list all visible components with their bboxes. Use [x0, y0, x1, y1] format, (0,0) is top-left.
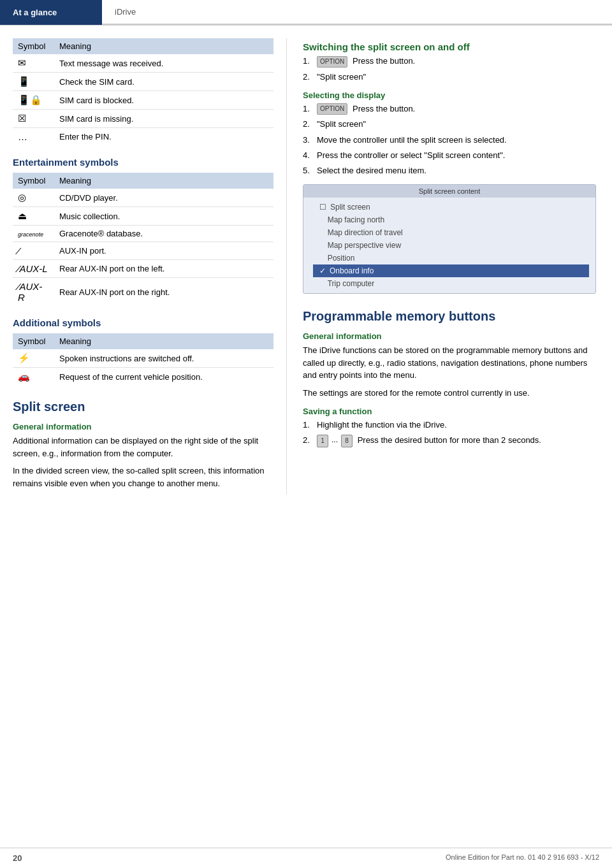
col-header-meaning: Meaning	[54, 333, 273, 349]
table-row: ✉ Text message was received.	[13, 54, 273, 73]
table-row: 📱 Check the SIM card.	[13, 73, 273, 91]
symbol-cell: ⏏	[13, 207, 54, 226]
screenshot-item: Map direction of travel	[313, 226, 589, 239]
additional-symbols-title: Additional symbols	[13, 317, 273, 328]
table-row: ☒ SIM card is missing.	[13, 110, 273, 128]
right-column: Switching the split screen on and off 1.…	[287, 38, 612, 495]
list-item: 5. Select the desired menu item.	[303, 165, 596, 177]
col-header-symbol: Symbol	[13, 333, 54, 349]
option-button-icon: OPTION	[317, 56, 347, 68]
col-header-symbol: Symbol	[13, 173, 54, 189]
list-item: 1. OPTION Press the button.	[303, 103, 596, 115]
selecting-title: Selecting the display	[303, 90, 596, 100]
screenshot-item-selected: ✓ Onboard info	[313, 264, 589, 277]
screenshot-title: Split screen content	[303, 185, 595, 198]
col-header-meaning: Meaning	[54, 38, 273, 54]
selecting-steps: 1. OPTION Press the button. 2. "Split sc…	[303, 103, 596, 177]
table-row: ⚡ Spoken instructions are switched off.	[13, 349, 273, 368]
switching-steps: 1. OPTION Press the button. 2. "Split sc…	[303, 55, 596, 83]
meaning-cell: Request of the current vehicle position.	[54, 368, 273, 386]
programmable-section: Programmable memory buttons General info…	[303, 309, 596, 447]
split-screen-general-info-title: General information	[13, 422, 273, 431]
list-item: 1. OPTION Press the button.	[303, 55, 596, 68]
symbol-cell: ∕AUX-R	[13, 278, 54, 307]
symbol-cell: ☒	[13, 110, 54, 128]
programmable-para1: The iDrive functions can be stored on th…	[303, 344, 596, 382]
additional-symbols-table: Symbol Meaning ⚡ Spoken instructions are…	[13, 333, 273, 386]
list-item: 3. Move the controller until the split s…	[303, 134, 596, 146]
meaning-cell: Text message was received.	[54, 54, 273, 73]
tab-idrive[interactable]: iDrive	[102, 0, 612, 25]
meaning-cell: Enter the PIN.	[54, 128, 273, 146]
meaning-cell: SIM card is blocked.	[54, 91, 273, 110]
table-row: ∕ AUX-IN port.	[13, 242, 273, 260]
symbol-cell: ⚡	[13, 349, 54, 368]
symbol-cell: ✉	[13, 54, 54, 73]
meaning-cell: CD/DVD player.	[54, 189, 273, 207]
edition-text: Online Edition for Part no. 01 40 2 916 …	[446, 853, 599, 863]
list-item: 2. "Split screen"	[303, 71, 596, 83]
table-row: gracenote Gracenote® database.	[13, 226, 273, 242]
page-footer: 20 Online Edition for Part no. 01 40 2 9…	[0, 848, 612, 868]
left-column: Symbol Meaning ✉ Text message was receiv…	[0, 38, 287, 495]
symbol-cell: ◎	[13, 189, 54, 207]
entertainment-table: Symbol Meaning ◎ CD/DVD player. ⏏ Music …	[13, 173, 273, 306]
symbol-cell: 📱	[13, 73, 54, 91]
screenshot-content: ☐ Split screen Map facing north Map dire…	[303, 198, 595, 293]
meaning-cell: Spoken instructions are switched off.	[54, 349, 273, 368]
screenshot-item: Position	[313, 252, 589, 264]
meaning-cell: SIM card is missing.	[54, 110, 273, 128]
col-header-meaning: Meaning	[54, 173, 273, 189]
entertainment-section-title: Entertainment symbols	[13, 157, 273, 168]
symbol-cell: 🚗	[13, 368, 54, 386]
page-header: At a glance iDrive	[0, 0, 612, 25]
programmable-general-info-title: General information	[303, 331, 596, 341]
table-row: 🚗 Request of the current vehicle positio…	[13, 368, 273, 386]
main-symbols-table: Symbol Meaning ✉ Text message was receiv…	[13, 38, 273, 145]
list-item: 4. Press the controller or select "Split…	[303, 150, 596, 161]
meaning-cell: Music collection.	[54, 207, 273, 226]
table-row: ⏏ Music collection.	[13, 207, 273, 226]
switching-title: Switching the split screen on and off	[303, 41, 596, 52]
table-row: 📱🔒 SIM card is blocked.	[13, 91, 273, 110]
symbol-cell: ∕	[13, 242, 54, 260]
table-row: ∕AUX-R Rear AUX-IN port on the right.	[13, 278, 273, 307]
main-content: Symbol Meaning ✉ Text message was receiv…	[0, 25, 612, 507]
split-screen-para1: Additional information can be displayed …	[13, 435, 273, 459]
screenshot-box: Split screen content ☐ Split screen Map …	[303, 184, 596, 294]
symbol-cell: …	[13, 128, 54, 146]
list-item: 2. 1 ... 8 Press the desired button for …	[303, 435, 596, 447]
split-screen-section: Split screen General information Additio…	[13, 400, 273, 489]
table-row: ◎ CD/DVD player.	[13, 189, 273, 207]
split-screen-para2: In the divided screen view, the so-calle…	[13, 465, 273, 489]
list-item: 2. "Split screen"	[303, 119, 596, 130]
saving-steps: 1. Highlight the function via the iDrive…	[303, 419, 596, 447]
option-button-icon: OPTION	[317, 103, 347, 115]
page-number: 20	[13, 853, 22, 863]
programmable-title: Programmable memory buttons	[303, 309, 596, 324]
meaning-cell: Rear AUX-IN port on the left.	[54, 260, 273, 278]
table-row: ∕AUX-L Rear AUX-IN port on the left.	[13, 260, 273, 278]
symbol-cell: gracenote	[13, 226, 54, 242]
screenshot-items-list: ☐ Split screen Map facing north Map dire…	[307, 198, 595, 293]
screenshot-item: Map facing north	[313, 213, 589, 226]
table-row: … Enter the PIN.	[13, 128, 273, 146]
screenshot-item: ☐ Split screen	[313, 201, 589, 213]
tab-at-a-glance[interactable]: At a glance	[0, 0, 102, 25]
screenshot-item: Trip computer	[313, 277, 589, 290]
screenshot-item: Map perspective view	[313, 239, 589, 252]
prog-button-image: 1 ... 8	[317, 435, 353, 447]
saving-function-title: Saving a function	[303, 407, 596, 416]
list-item: 1. Highlight the function via the iDrive…	[303, 419, 596, 431]
meaning-cell: AUX-IN port.	[54, 242, 273, 260]
meaning-cell: Check the SIM card.	[54, 73, 273, 91]
meaning-cell: Rear AUX-IN port on the right.	[54, 278, 273, 307]
symbol-cell: ∕AUX-L	[13, 260, 54, 278]
symbol-cell: 📱🔒	[13, 91, 54, 110]
meaning-cell: Gracenote® database.	[54, 226, 273, 242]
split-screen-title: Split screen	[13, 400, 273, 414]
programmable-para2: The settings are stored for the remote c…	[303, 387, 596, 400]
col-header-symbol: Symbol	[13, 38, 54, 54]
